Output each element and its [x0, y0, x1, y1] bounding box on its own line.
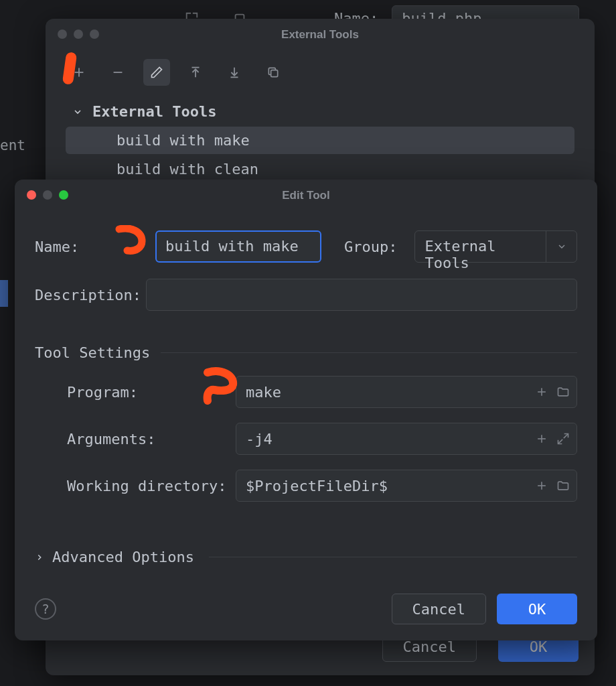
tool-settings-header: Tool Settings — [35, 344, 577, 361]
copy-button[interactable] — [260, 59, 287, 86]
move-down-button[interactable] — [221, 59, 248, 86]
working-directory-label: Working directory: — [35, 478, 236, 494]
program-label: Program: — [35, 384, 236, 401]
chevron-right-icon — [35, 553, 44, 562]
dialog-title: Edit Tool — [15, 189, 597, 202]
name-input[interactable]: build with make — [155, 230, 321, 263]
move-up-button[interactable] — [182, 59, 209, 86]
remove-button[interactable] — [104, 59, 131, 86]
arguments-label: Arguments: — [35, 431, 236, 448]
chevron-down-icon[interactable] — [546, 231, 576, 262]
program-value: make — [246, 384, 535, 401]
group-value: External Tools — [415, 231, 546, 262]
insert-macro-icon[interactable] — [535, 479, 548, 492]
insert-macro-icon[interactable] — [535, 432, 548, 445]
tree-item-build-with-clean[interactable]: build with clean — [66, 155, 574, 183]
program-input[interactable]: make — [236, 376, 577, 408]
svg-rect-8 — [271, 70, 278, 77]
cancel-button[interactable]: Cancel — [392, 594, 486, 624]
add-button[interactable] — [66, 59, 92, 86]
working-directory-value: $ProjectFileDir$ — [246, 478, 535, 494]
description-label: Description: — [35, 287, 146, 303]
description-input[interactable] — [146, 279, 577, 311]
arguments-value: -j4 — [246, 431, 535, 448]
tree-item-build-with-make[interactable]: build with make — [66, 127, 574, 154]
bg-sidebar-highlight — [0, 280, 8, 307]
help-button[interactable]: ? — [35, 598, 56, 620]
advanced-options-toggle[interactable]: Advanced Options — [35, 549, 577, 565]
svg-line-14 — [558, 439, 563, 444]
chevron-down-icon — [72, 107, 83, 117]
tools-toolbar — [46, 39, 595, 92]
tree-group-label: External Tools — [92, 103, 216, 120]
svg-line-13 — [564, 434, 568, 439]
tools-tree: External Tools build with make build wit… — [46, 92, 595, 183]
tree-group-external-tools[interactable]: External Tools — [66, 98, 574, 125]
bg-sidebar-text: ent — [0, 137, 25, 153]
browse-folder-icon[interactable] — [556, 479, 570, 492]
dialog-title: External Tools — [46, 28, 595, 42]
browse-folder-icon[interactable] — [556, 385, 570, 399]
working-directory-input[interactable]: $ProjectFileDir$ — [236, 470, 577, 502]
group-select[interactable]: External Tools — [414, 230, 577, 263]
edit-tool-footer: ? Cancel OK — [35, 594, 577, 624]
arguments-input[interactable]: -j4 — [236, 423, 577, 455]
name-label: Name: — [35, 238, 146, 255]
group-label: Group: — [344, 238, 397, 255]
expand-icon[interactable] — [556, 432, 570, 445]
advanced-options-label: Advanced Options — [52, 549, 194, 565]
edit-button[interactable] — [143, 59, 170, 86]
insert-macro-icon[interactable] — [535, 385, 548, 399]
ok-button[interactable]: OK — [497, 594, 577, 624]
edit-tool-dialog: Edit Tool Name: build with make Group: E… — [15, 180, 597, 640]
